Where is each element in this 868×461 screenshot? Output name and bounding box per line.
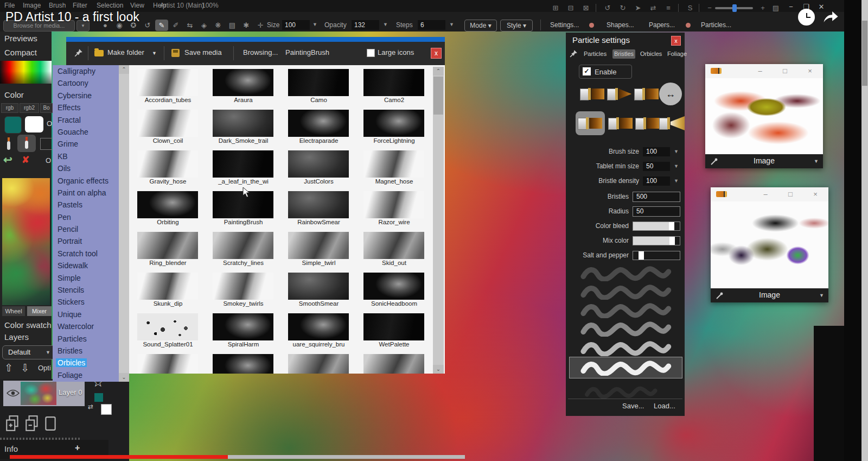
category-item-pencil[interactable]: Pencil (53, 223, 119, 235)
image-preview-canvas[interactable] (711, 201, 828, 288)
category-item-gouache[interactable]: Gouache (53, 126, 119, 138)
category-item-cartoony[interactable]: Cartoony (53, 77, 119, 89)
window-close-icon[interactable]: × (810, 190, 820, 199)
media-item[interactable] (130, 352, 206, 374)
grid-scroll-down-icon[interactable]: ⌄ (433, 365, 444, 374)
media-item-camo[interactable]: Camo (281, 67, 356, 108)
zoom-slider-thumb[interactable] (732, 4, 737, 12)
stroke-preview-2[interactable] (572, 283, 678, 300)
zoom-slider[interactable] (715, 7, 753, 9)
media-item-clown_coil[interactable]: Clown_coil (130, 108, 206, 148)
category-item-sidewalk[interactable]: Sidewalk (53, 260, 119, 271)
grid-scroll-thumb[interactable] (433, 77, 443, 115)
brush-direction-icon[interactable]: ↔ (659, 83, 682, 105)
brush-icon-flat[interactable] (634, 87, 659, 101)
info-expand-icon[interactable]: + (75, 443, 80, 453)
minimize-button[interactable]: − (785, 2, 797, 12)
dialog-close-button[interactable]: x (431, 48, 442, 59)
category-scrollbar[interactable]: ⌃ ⌄ (119, 65, 129, 382)
category-item-portrait[interactable]: Portrait (53, 235, 119, 247)
previews-label[interactable]: Previews (4, 34, 37, 43)
tab-both[interactable]: Bo (40, 103, 53, 113)
menu-item-file[interactable]: File (4, 2, 15, 9)
menu-item-brush[interactable]: Brush (49, 2, 66, 9)
layer-up-icon[interactable]: ⇧ (4, 362, 13, 374)
canvas-preview-thumbnail[interactable] (2, 178, 50, 305)
category-item-bristles[interactable]: Bristles (53, 345, 119, 357)
opacity-input[interactable]: 132 (352, 20, 379, 30)
field-input[interactable]: 50 (633, 206, 680, 217)
field-dropdown-icon[interactable]: ▼ (674, 178, 680, 184)
scroll-up-icon[interactable]: ⌃ (119, 65, 129, 74)
slider-thumb[interactable] (639, 251, 644, 260)
menu-item-selection[interactable]: Selection (97, 2, 123, 9)
category-item-simple[interactable]: Simple (53, 272, 119, 284)
particles-button[interactable]: Particles... (701, 21, 731, 29)
grid-scroll-up-icon[interactable]: ⌃ (433, 67, 444, 75)
browser-scrollbar-thumb[interactable] (862, 21, 867, 86)
steps-dropdown-icon[interactable]: ▼ (449, 22, 454, 27)
window-maximize-icon[interactable]: □ (786, 190, 795, 199)
category-item-kb[interactable]: KB (53, 150, 119, 162)
tab-rgb2[interactable]: rgb2 (20, 103, 39, 113)
add-layer-icon[interactable] (5, 415, 21, 432)
scroll-down-icon[interactable]: ⌄ (119, 373, 129, 382)
primary-color-swatch[interactable] (4, 116, 22, 134)
shapes-button[interactable]: Shapes... (607, 21, 634, 29)
media-item-camo2[interactable]: Camo2 (356, 67, 432, 108)
category-item-organic-effects[interactable]: Organic effects (53, 175, 119, 187)
info-label[interactable]: Info (4, 444, 18, 453)
brush-icon-flat[interactable] (608, 116, 633, 130)
save-button[interactable]: Save... (622, 402, 644, 410)
image-window-1[interactable]: – □ × Image ▼ (705, 64, 823, 168)
particle-tab-particles[interactable]: Particles (582, 49, 608, 59)
pen-tool-icon[interactable]: ✎ (155, 20, 168, 31)
category-item-pastels[interactable]: Pastels (53, 199, 119, 211)
tab-mixer[interactable]: Mixer (27, 306, 52, 316)
size-dropdown-icon[interactable]: ▼ (312, 22, 317, 27)
field-value-box[interactable]: 100 (643, 176, 670, 186)
media-item-uare_squirrely_bru[interactable]: uare_squirrely_bru (281, 311, 356, 352)
note-tool-icon[interactable]: ▤ (226, 20, 239, 31)
category-item-paint-on-alpha[interactable]: Paint on alpha (53, 187, 119, 199)
media-item-rainbowsmear[interactable]: RainbowSmear (281, 189, 356, 230)
stroke-preview-5[interactable] (572, 340, 678, 356)
category-item-stickers[interactable]: Stickers (53, 296, 119, 308)
layer-preset-dropdown[interactable]: Default▼ (2, 345, 55, 359)
category-item-pen[interactable]: Pen (53, 211, 119, 223)
particle-pin-icon[interactable] (569, 49, 578, 58)
brush-icon-flat[interactable] (580, 87, 605, 101)
menu-item-view[interactable]: View (130, 2, 144, 9)
media-grid-scrollbar[interactable]: ⌃ ⌄ (433, 67, 444, 374)
image-dropdown-icon[interactable]: ▼ (814, 159, 819, 164)
field-value-box[interactable]: 100 (643, 147, 670, 156)
menu-item-filter[interactable]: Filter (73, 2, 87, 9)
secondary-color-swatch[interactable] (25, 116, 43, 132)
discard-icon[interactable]: ✘ (22, 154, 29, 166)
image-window-titlebar[interactable]: – □ × (705, 64, 823, 78)
make-folder-button[interactable]: Make folder (107, 48, 144, 56)
stroke-preview-3[interactable] (572, 302, 678, 318)
watch-later-icon[interactable] (798, 9, 815, 26)
category-item-particles[interactable]: Particles (53, 333, 119, 345)
style-button[interactable]: Style ▾ (500, 20, 533, 31)
category-item-oils[interactable]: Oils (53, 162, 119, 174)
media-item-sound_splatter01[interactable]: Sound_Splatter01 (130, 311, 206, 352)
media-item-gravity_hose[interactable]: Gravity_hose (130, 148, 206, 189)
category-item-fractal[interactable]: Fractal (53, 114, 119, 126)
layer-row[interactable]: Layer 0 (3, 381, 85, 406)
save-media-button[interactable]: Save media (184, 48, 222, 56)
crosshair-tool-icon[interactable]: ✛ (254, 20, 267, 31)
stroke-preview-7[interactable] (572, 382, 678, 399)
category-item-orbicles[interactable]: Orbicles (53, 357, 119, 369)
media-item-simple_twirl[interactable]: Simple_twirl (281, 230, 356, 270)
video-progress-bar[interactable] (0, 455, 868, 459)
media-item-accordian_tubes[interactable]: Accordian_tubes (130, 67, 206, 108)
media-item-razor_wire[interactable]: Razor_wire (356, 189, 432, 230)
cycle-tool-icon[interactable]: ⇆ (183, 20, 196, 31)
field-slider[interactable] (633, 236, 680, 245)
media-item-smoothsmear[interactable]: SmoothSmear (281, 270, 356, 311)
stroke-preview-1[interactable] (572, 265, 678, 281)
media-item-sonicheadboom[interactable]: SonicHeadboom (356, 270, 432, 311)
dropper-icon[interactable] (5, 137, 12, 152)
